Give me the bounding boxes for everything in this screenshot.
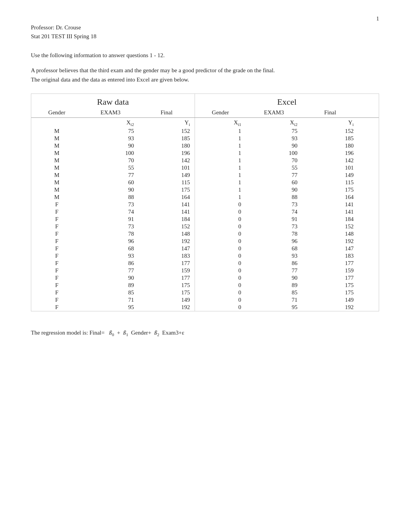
xi2-excel: 60 [246, 179, 302, 186]
gender-raw: F [31, 230, 82, 238]
xi2-excel: 68 [246, 245, 302, 252]
sub-col-gender [31, 118, 82, 128]
xi2-excel: 89 [246, 282, 302, 289]
col-final-excel: Final [302, 107, 358, 118]
xi1-excel: 0 [195, 238, 246, 245]
final-raw: 147 [139, 245, 195, 252]
table-row: F 77 159 0 77 159 [31, 267, 379, 274]
yi-excel: 148 [302, 230, 358, 238]
yi-excel: 147 [302, 245, 358, 252]
table-row: F 91 184 0 91 184 [31, 216, 379, 223]
xi1-excel: 0 [195, 201, 246, 208]
yi-excel: 192 [302, 304, 358, 311]
exam3-raw: 70 [82, 157, 139, 164]
final-raw: 152 [139, 127, 195, 135]
yi-excel: 196 [302, 150, 358, 157]
exam3-raw: 89 [82, 282, 139, 289]
table-row: F 89 175 0 89 175 [31, 282, 379, 289]
instruction-text: Use the following information to answer … [31, 52, 379, 59]
gender-raw: F [31, 282, 82, 289]
gender-raw: F [31, 274, 82, 282]
xi1-excel: 0 [195, 208, 246, 216]
xi1-excel: 0 [195, 216, 246, 223]
table-row: M 90 175 1 90 175 [31, 186, 379, 194]
xi1-excel: 0 [195, 296, 246, 304]
final-raw: 177 [139, 260, 195, 267]
col-gender-excel: Gender [195, 107, 246, 118]
gender-raw: M [31, 135, 82, 142]
xi2-excel: 91 [246, 216, 302, 223]
xi2-excel: 93 [246, 135, 302, 142]
table-row: F 74 141 0 74 141 [31, 208, 379, 216]
gender-raw: F [31, 296, 82, 304]
yi-excel: 175 [302, 289, 358, 296]
table-body: M 75 152 1 75 152 M 93 185 1 93 185 M 90… [31, 127, 379, 311]
col-final-raw: Final [139, 107, 195, 118]
exam3-raw: 88 [82, 194, 139, 201]
page-number: 1 [376, 15, 380, 22]
gender-raw: M [31, 164, 82, 172]
final-raw: 149 [139, 296, 195, 304]
exam3-raw: 90 [82, 186, 139, 194]
yi-excel: 164 [302, 194, 358, 201]
yi-excel: 152 [302, 223, 358, 230]
xi2-excel: 100 [246, 150, 302, 157]
final-raw: 180 [139, 142, 195, 150]
exam3-raw: 75 [82, 127, 139, 135]
col-header-row: Gender EXAM3 Final Gender EXAM3 Final [31, 107, 379, 118]
gender-raw: M [31, 186, 82, 194]
yi-excel: 185 [302, 135, 358, 142]
beta2: ß [154, 330, 158, 336]
exam3-raw: 96 [82, 238, 139, 245]
xi1-excel: 1 [195, 186, 246, 194]
reg-plus1: + [114, 330, 123, 336]
table-row: F 73 152 0 73 152 [31, 223, 379, 230]
yi-excel: 175 [302, 282, 358, 289]
yi-excel: 177 [302, 260, 358, 267]
final-raw: 142 [139, 157, 195, 164]
xi1-excel: 1 [195, 179, 246, 186]
xi2-excel: 96 [246, 238, 302, 245]
yi-excel: 184 [302, 216, 358, 223]
gender-raw: F [31, 289, 82, 296]
yi-excel: 177 [302, 274, 358, 282]
final-raw: 141 [139, 201, 195, 208]
exam3-raw: 90 [82, 142, 139, 150]
xi1-excel: 1 [195, 194, 246, 201]
course-info: Stat 201 TEST III Spring 18 [31, 32, 379, 41]
xi1-excel: 0 [195, 267, 246, 274]
table-row: F 96 192 0 96 192 [31, 238, 379, 245]
exam3-raw: 68 [82, 245, 139, 252]
xi2-excel: 55 [246, 164, 302, 172]
final-raw: 175 [139, 282, 195, 289]
xi2-excel: 71 [246, 296, 302, 304]
professor-name: Professor: Dr. Crouse [31, 23, 379, 32]
exam3-raw: 86 [82, 260, 139, 267]
yi-excel: 101 [302, 164, 358, 172]
xi2-excel: 88 [246, 194, 302, 201]
yi-excel: 141 [302, 201, 358, 208]
gender-raw: F [31, 238, 82, 245]
gender-raw: F [31, 216, 82, 223]
exam3-raw: 78 [82, 230, 139, 238]
final-raw: 141 [139, 208, 195, 216]
xi2-excel: 85 [246, 289, 302, 296]
exam3-raw: 91 [82, 216, 139, 223]
final-raw: 152 [139, 223, 195, 230]
sub-col-xi2: Xi2 [82, 118, 139, 128]
exam3-raw: 93 [82, 135, 139, 142]
exam3-raw: 77 [82, 267, 139, 274]
yi-excel: 141 [302, 208, 358, 216]
description-text: A professor believes that the third exam… [31, 66, 379, 84]
gender-raw: M [31, 179, 82, 186]
table-row: M 93 185 1 93 185 [31, 135, 379, 142]
yi-excel: 180 [302, 142, 358, 150]
yi-excel: 149 [302, 296, 358, 304]
xi1-excel: 0 [195, 245, 246, 252]
xi1-excel: 0 [195, 282, 246, 289]
xi1-excel: 1 [195, 127, 246, 135]
section-header-row: Raw data Excel [31, 94, 379, 107]
xi1-excel: 0 [195, 252, 246, 260]
table-row: M 75 152 1 75 152 [31, 127, 379, 135]
exam3-raw: 71 [82, 296, 139, 304]
